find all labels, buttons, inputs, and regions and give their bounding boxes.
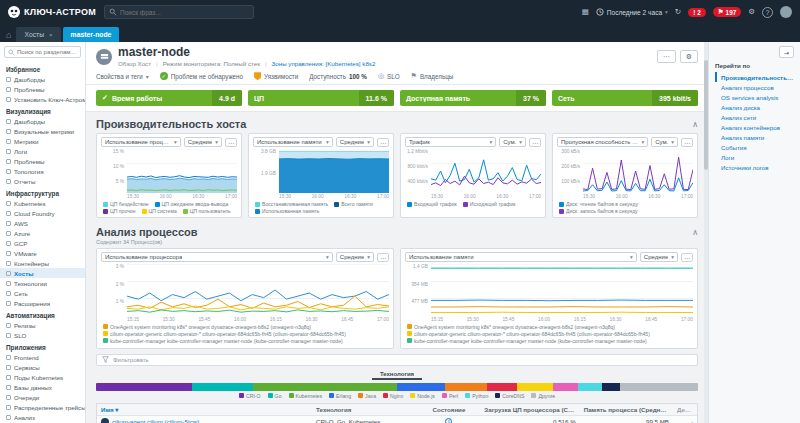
aggregation-selector[interactable]: Средние▾ <box>336 137 374 147</box>
technology-legend-item[interactable]: Go <box>268 393 282 399</box>
scrollbar-thumb[interactable] <box>704 60 708 170</box>
close-tab-icon[interactable]: × <box>49 32 53 38</box>
legend-item[interactable]: ЦП ожидание ввода-вывода <box>155 201 229 207</box>
sidebar-item[interactable]: Установить Ключ-Астром <box>0 94 85 104</box>
legend-item[interactable]: Всего памяти <box>334 201 373 207</box>
technology-legend-item[interactable]: Java <box>358 393 376 399</box>
more-actions-button[interactable]: ⋯ <box>657 50 676 63</box>
sidebar-item[interactable]: Поды Kubernetes <box>0 372 85 382</box>
global-search[interactable] <box>104 5 254 19</box>
meta-properties[interactable]: Свойства и теги▾ <box>96 73 149 80</box>
content-scroll-area[interactable]: Производительность хоста ∧ Использование… <box>86 112 708 423</box>
technology-segment[interactable] <box>517 383 553 391</box>
sidebar-item[interactable]: Сервисы <box>0 362 85 372</box>
legend-item[interactable]: Использованная память <box>255 208 319 214</box>
technology-segment[interactable] <box>620 383 698 391</box>
scrollbar-track[interactable] <box>704 42 708 423</box>
legend-item[interactable]: OneAgent system monitoring k8s* oneagent… <box>103 324 389 330</box>
legend-item[interactable]: cilium-operator-generic cilium-operator-… <box>407 331 693 337</box>
sidebar-item[interactable]: Анализ <box>0 412 85 422</box>
column-header[interactable]: Состояние <box>418 405 481 414</box>
chart-more-button[interactable]: ⋯ <box>225 138 237 147</box>
sidebar-item[interactable]: Контейнеры <box>0 258 85 268</box>
quick-nav-item[interactable]: События <box>715 142 794 152</box>
sidebar-item[interactable]: Azure <box>0 228 85 238</box>
sidebar-item[interactable]: SLO <box>0 330 85 340</box>
column-header[interactable]: Загрузка ЦП процессора (Средние) <box>480 405 579 414</box>
technology-segment[interactable] <box>578 383 602 391</box>
time-range-selector[interactable]: Последние 2 часа ▾ <box>596 8 668 16</box>
sidebar-item[interactable]: Технологии <box>0 278 85 288</box>
sidebar-item[interactable]: Распределенные трейсы <box>0 402 85 412</box>
aggregation-selector[interactable]: Средние▾ <box>336 252 374 262</box>
sidebar-item[interactable]: Логи <box>0 146 85 156</box>
quick-nav-item[interactable]: Анализ контейнеров <box>715 122 794 132</box>
sidebar-search-input[interactable] <box>17 49 77 55</box>
process-name-cell[interactable]: cilium-agent cilium (cilium-5tcw) <box>97 417 312 423</box>
technology-segment[interactable] <box>253 383 397 391</box>
details-chevron-icon[interactable]: › <box>673 417 697 423</box>
management-zone[interactable]: Зоны управления: [Kubernetes] k8s2 <box>272 60 376 67</box>
chart-more-button[interactable]: ⋯ <box>377 138 389 147</box>
technology-legend-item[interactable]: CRI-O <box>239 393 261 399</box>
metric-selector[interactable]: Использование процессора▾ <box>101 252 333 262</box>
process-filter-bar[interactable]: Фильтровать <box>96 354 698 366</box>
legend-item[interactable]: Входящий трафик <box>407 201 457 207</box>
quick-nav-item[interactable]: OS services analysis <box>715 92 794 102</box>
column-header[interactable]: Память процесса (Средние) <box>580 405 673 414</box>
technology-segment[interactable] <box>192 383 252 391</box>
legend-item[interactable]: ЦП система <box>142 208 177 214</box>
technology-legend-item[interactable]: Python <box>465 393 488 399</box>
legend-item[interactable]: kube-controller-manager kube-controller-… <box>103 338 389 344</box>
legend-item[interactable]: kube-controller-manager kube-controller-… <box>407 338 693 344</box>
kpi-tile[interactable]: Сеть395 kbit/s <box>552 90 698 106</box>
sidebar-item[interactable]: Kubernetes <box>0 198 85 208</box>
aggregation-selector[interactable]: Средние▾ <box>640 252 678 262</box>
chart-plot[interactable] <box>583 149 693 193</box>
help-icon[interactable]: ? <box>762 7 773 18</box>
collapse-panel-button[interactable]: ⇥ <box>779 46 794 58</box>
technology-segment[interactable] <box>445 383 487 391</box>
events-badge[interactable]: ⚑197 <box>713 7 741 17</box>
quick-nav-item[interactable]: Логи <box>715 152 794 162</box>
metric-selector[interactable]: Трафик▾ <box>405 137 496 147</box>
legend-item[interactable]: ЦП бездействие <box>103 201 149 207</box>
sidebar-item[interactable]: Очереди <box>0 392 85 402</box>
column-header[interactable]: Технология <box>312 405 417 414</box>
technology-segment[interactable] <box>602 383 620 391</box>
aggregation-selector[interactable]: Сум.▾ <box>499 137 526 147</box>
sidebar-item[interactable]: Базы данных <box>0 382 85 392</box>
sidebar-item[interactable]: Визуальные метрики <box>0 126 85 136</box>
sidebar-item[interactable]: Дашборды <box>0 74 85 84</box>
tab-hosts[interactable]: Хосты × <box>16 27 60 42</box>
column-header[interactable]: Детали <box>673 405 697 414</box>
aggregation-selector[interactable]: Средние▾ <box>184 137 222 147</box>
sidebar-item[interactable]: Метрики <box>0 136 85 146</box>
metric-selector[interactable]: Использование памяти▾ <box>253 137 333 147</box>
sidebar-search[interactable] <box>4 46 81 58</box>
legend-item[interactable]: Исходящий трафик <box>463 201 516 207</box>
sidebar-item[interactable]: Frontend <box>0 352 85 362</box>
sidebar-item[interactable]: Проблемы <box>0 84 85 94</box>
quick-nav-item[interactable]: Производительность хо... <box>715 72 794 82</box>
settings-button[interactable]: ⚙ <box>680 50 698 63</box>
sidebar-item[interactable]: Дашборды <box>0 116 85 126</box>
technology-segment[interactable] <box>96 383 192 391</box>
chart-plot[interactable] <box>279 149 389 193</box>
collapse-section-icon[interactable]: ∧ <box>692 228 698 237</box>
table-row[interactable]: cilium-agent cilium (cilium-5tcw)CRI-O, … <box>97 416 697 423</box>
metric-selector[interactable]: Использование памяти▾ <box>405 252 637 262</box>
info-icon[interactable]: i <box>445 418 452 423</box>
quick-nav-item[interactable]: Анализ диска <box>715 102 794 112</box>
metric-selector[interactable]: Использование процессора▾ <box>101 137 181 147</box>
legend-item[interactable]: Диск: чтение байтов в секунду <box>559 201 638 207</box>
refresh-icon[interactable]: ↻ <box>675 8 681 16</box>
meta-availability[interactable]: Доступность100 % <box>309 73 367 80</box>
user-avatar[interactable] <box>780 6 792 18</box>
technology-legend-item[interactable]: Node.js <box>410 393 435 399</box>
technology-legend-item[interactable]: CoreDNS <box>495 393 524 399</box>
aggregation-selector[interactable]: Сум.▾ <box>651 137 678 147</box>
sidebar-item[interactable]: Проблемы <box>0 156 85 166</box>
chart-more-button[interactable]: ⋯ <box>681 253 693 262</box>
legend-item[interactable]: ЦП прочие <box>103 208 136 214</box>
